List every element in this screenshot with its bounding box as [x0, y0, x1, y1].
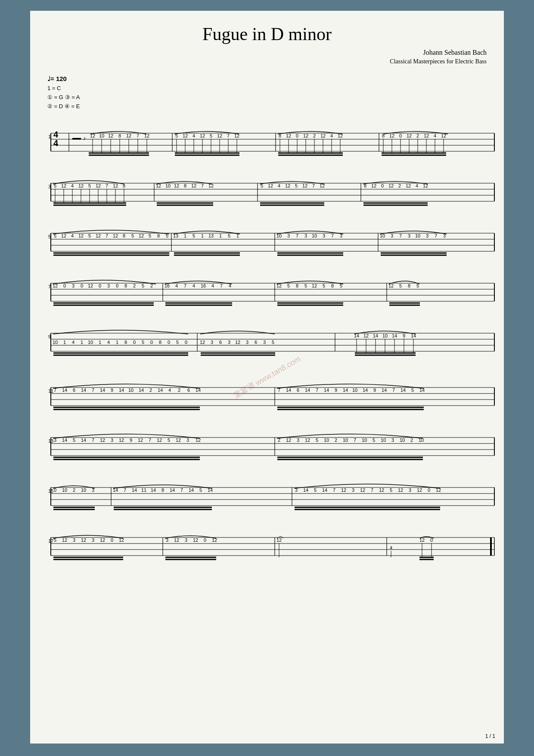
- svg-text:5: 5: [399, 283, 402, 288]
- svg-text:8: 8: [118, 133, 121, 138]
- svg-text:5: 5: [192, 233, 195, 238]
- svg-text:10: 10: [343, 437, 348, 443]
- svg-text:7: 7: [92, 437, 94, 443]
- svg-text:9: 9: [111, 387, 113, 393]
- svg-text:3: 3: [391, 233, 393, 238]
- svg-text:12: 12: [61, 233, 66, 238]
- system-5: 5 5 12 4 12 5 12 7 12 8 5 12 5 8 5: [47, 215, 487, 258]
- system-17-svg: 17 5 12 3 12 3 12 0 12 3 12 3 12: [47, 519, 495, 567]
- svg-text:12: 12: [379, 487, 384, 493]
- svg-text:12: 12: [285, 183, 290, 188]
- svg-text:12: 12: [138, 437, 143, 443]
- svg-text:7: 7: [331, 233, 334, 238]
- svg-text:5: 5: [373, 437, 375, 443]
- svg-text:7: 7: [220, 283, 223, 288]
- svg-text:6: 6: [73, 387, 75, 393]
- svg-text:8: 8: [331, 283, 334, 288]
- svg-text:5: 5: [73, 437, 75, 443]
- svg-text:7: 7: [124, 487, 126, 493]
- svg-text:1: 1: [184, 233, 186, 238]
- svg-text:5: 5: [149, 233, 151, 238]
- svg-text:12: 12: [200, 340, 205, 345]
- svg-text:2: 2: [73, 487, 75, 493]
- system-13: 13 3 14 5 14 7 12 3 12 9 12 7 12 5 12 3 …: [47, 419, 487, 462]
- svg-text:1: 1: [63, 340, 66, 345]
- svg-text:5: 5: [228, 233, 230, 238]
- svg-text:5: 5: [314, 487, 317, 493]
- svg-text:10: 10: [99, 133, 104, 138]
- svg-text:3: 3: [73, 537, 75, 543]
- svg-text:8: 8: [124, 340, 127, 345]
- svg-text:7: 7: [106, 183, 108, 188]
- svg-text:10: 10: [312, 233, 317, 238]
- svg-text:4: 4: [168, 387, 171, 393]
- svg-text:0: 0: [381, 183, 384, 188]
- svg-text:5: 5: [142, 283, 144, 288]
- svg-text:12: 12: [96, 183, 101, 188]
- svg-text:8: 8: [184, 183, 186, 188]
- svg-text:12: 12: [286, 133, 291, 138]
- svg-text:3: 3: [92, 537, 94, 543]
- svg-text:7: 7: [399, 233, 402, 238]
- tempo: ♩= 120: [47, 74, 487, 84]
- svg-text:12: 12: [176, 437, 181, 443]
- svg-text:3: 3: [352, 487, 354, 493]
- svg-text:14: 14: [189, 487, 194, 493]
- svg-text:0: 0: [111, 537, 113, 543]
- svg-text:4: 4: [107, 340, 110, 345]
- system-7-svg: 7 12 0 3 0 12 0 3 0 8 2 5 2 16 4: [47, 265, 495, 308]
- svg-text:3: 3: [263, 340, 266, 345]
- svg-text:12: 12: [363, 333, 369, 338]
- svg-text:2: 2: [416, 133, 419, 138]
- svg-text:12: 12: [320, 133, 326, 138]
- svg-text:12: 12: [183, 133, 188, 138]
- svg-text:5: 5: [210, 133, 212, 138]
- svg-text:9: 9: [403, 333, 405, 338]
- svg-text:5: 5: [411, 387, 414, 393]
- svg-text:5: 5: [199, 487, 202, 493]
- svg-text:0: 0: [133, 340, 136, 345]
- page-number: 1 / 1: [485, 733, 495, 739]
- svg-text:5: 5: [390, 487, 392, 493]
- svg-text:0: 0: [168, 340, 170, 345]
- svg-text:6: 6: [187, 387, 190, 393]
- svg-text:8: 8: [161, 487, 164, 493]
- svg-text:7: 7: [201, 183, 204, 188]
- svg-text:12: 12: [108, 133, 113, 138]
- tuning-1: 1 = C: [47, 84, 487, 93]
- svg-text:7: 7: [149, 437, 151, 443]
- svg-text:9: 9: [335, 387, 337, 393]
- svg-text:10: 10: [352, 387, 357, 393]
- svg-text:12: 12: [191, 183, 196, 188]
- svg-text:14: 14: [81, 387, 86, 393]
- svg-text:3: 3: [107, 283, 110, 288]
- svg-text:7: 7: [227, 133, 230, 138]
- svg-text:12: 12: [235, 340, 240, 345]
- svg-text:12: 12: [100, 537, 105, 543]
- svg-text:7: 7: [312, 183, 315, 188]
- svg-text:14: 14: [363, 387, 368, 393]
- svg-text:12: 12: [119, 437, 124, 443]
- svg-text:10: 10: [324, 437, 329, 443]
- svg-text:12: 12: [96, 233, 101, 238]
- system-9-svg: 9 10 1 4 1 10 1 4 1 8 0 5 0 8 0 5 0: [47, 315, 495, 362]
- svg-text:0: 0: [63, 283, 66, 288]
- svg-text:6: 6: [219, 340, 222, 345]
- svg-text:4: 4: [192, 133, 195, 138]
- svg-text:12: 12: [81, 537, 86, 543]
- svg-text:14: 14: [62, 437, 67, 443]
- svg-text:4: 4: [416, 183, 418, 188]
- svg-text:4: 4: [71, 233, 74, 238]
- svg-text:3: 3: [228, 340, 230, 345]
- svg-text:3: 3: [185, 537, 187, 543]
- svg-text:12: 12: [388, 183, 394, 188]
- meta-info: ♩= 120 1 = C ① = G ③ = A ② = D ④ = E: [47, 74, 487, 111]
- svg-text:0: 0: [296, 133, 298, 138]
- svg-text:12: 12: [341, 487, 346, 493]
- svg-text:3: 3: [211, 340, 213, 345]
- svg-text:12: 12: [312, 283, 317, 288]
- svg-text:1: 1: [116, 340, 118, 345]
- svg-text:14: 14: [305, 387, 310, 393]
- svg-text:14: 14: [303, 487, 308, 493]
- svg-text:10: 10: [53, 340, 58, 345]
